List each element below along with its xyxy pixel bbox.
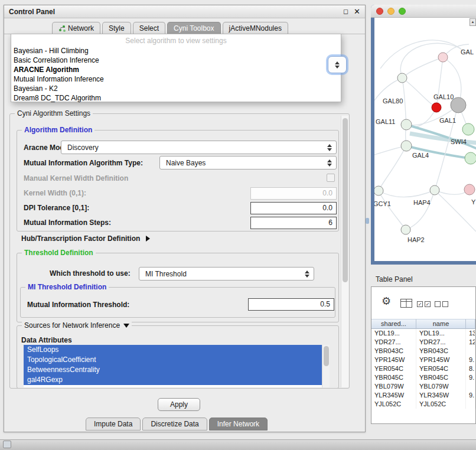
apply-button[interactable]: Apply <box>158 398 200 411</box>
table-header-row: shared...name <box>371 319 475 329</box>
splitter-handle[interactable] <box>366 218 369 224</box>
network-node-gal4[interactable] <box>401 141 412 151</box>
tab-select[interactable]: Select <box>133 22 165 34</box>
mi-steps-field[interactable]: 6 <box>250 217 337 229</box>
network-node-top-pink[interactable] <box>438 53 448 62</box>
attribute-list[interactable]: SelfLoopsTopologicalCoefficientBetweenne… <box>24 345 330 387</box>
column-header-shared[interactable]: shared... <box>371 319 416 329</box>
canvas-scroll-up-button[interactable]: ▲ <box>470 18 476 26</box>
network-node-right-pink[interactable] <box>464 184 475 195</box>
table-row[interactable]: YJL052CYJL052C <box>371 400 475 409</box>
aracne-mode-combobox[interactable]: Discovery <box>61 141 337 154</box>
column-selector-icon[interactable] <box>400 299 412 309</box>
node-label-gal80: GAL80 <box>383 97 403 105</box>
table-row[interactable]: YPR145WYPR145W9. <box>371 356 475 364</box>
network-node-gal10[interactable] <box>432 103 441 112</box>
algorithm-option-aracne-algorithm[interactable]: ARACNE Algorithm <box>11 65 341 74</box>
tab-network[interactable]: Network <box>52 22 100 34</box>
control-panel-titlebar[interactable]: Control Panel ◻ ✕ <box>4 5 365 18</box>
select-all-rows-icon[interactable]: ✓ ✓ <box>417 301 431 307</box>
algorithm-combobox-stepper[interactable] <box>328 56 347 73</box>
tab-cyni-toolbox[interactable]: Cyni Toolbox <box>167 22 220 34</box>
algorithm-option-bayesian-k2[interactable]: Bayesian - K2 <box>11 84 341 93</box>
mi-algorithm-type-combobox[interactable]: Naive Bayes <box>159 156 337 169</box>
cell: YPR145W <box>416 356 466 364</box>
minimize-traffic-light[interactable] <box>387 8 395 15</box>
mi-threshold-field[interactable]: 0.5 <box>248 298 334 311</box>
bottom-tab-impute-data[interactable]: Impute Data <box>86 418 141 431</box>
sources-title-row[interactable]: Sources for Network Inference <box>22 321 132 330</box>
table-row[interactable]: YDR27...YDR27...12 <box>371 338 475 347</box>
tab-label: Select <box>139 24 159 32</box>
algorithm-option-mutual-information-inference[interactable]: Mutual Information Inference <box>11 74 341 84</box>
scrollbar-thumb[interactable] <box>343 118 348 282</box>
table-row[interactable]: YBR043CYBR043C <box>371 347 475 356</box>
bottom-tab-bar: Impute DataDiscretize DataInfer Network <box>86 418 268 431</box>
zoom-traffic-light[interactable] <box>399 8 406 15</box>
node-label-y: Y <box>471 198 476 206</box>
expand-right-icon[interactable] <box>146 236 150 242</box>
algorithm-option-basic-correlation-inference[interactable]: Basic Correlation Inference <box>11 56 341 65</box>
dpi-tolerance-label: DPI Tolerance [0,1]: <box>24 203 89 213</box>
combo-arrows-icon <box>327 144 332 151</box>
tab-style[interactable]: Style <box>102 22 131 34</box>
network-node-gal80[interactable] <box>397 73 407 83</box>
network-node-gcy1[interactable] <box>374 186 383 195</box>
table-row[interactable]: YLR345WYLR345W9. <box>371 391 475 400</box>
which-threshold-combobox[interactable]: MI Threshold <box>139 267 314 281</box>
network-graph[interactable]: GALGAL80GAL10GAL11GAL1SWI4GAL4GCY1HAP4HA… <box>374 18 476 261</box>
table-row[interactable]: YER054CYER054C8. <box>371 364 475 373</box>
network-canvas[interactable]: GALGAL80GAL10GAL11GAL1SWI4GAL4GCY1HAP4HA… <box>374 18 476 261</box>
scrollbar-thumb[interactable] <box>324 346 329 366</box>
attribute-item-betweennesscentrality[interactable]: BetweennessCentrality <box>24 365 322 375</box>
cell: YBR045C <box>416 373 466 382</box>
network-node-swi4[interactable] <box>465 152 476 164</box>
algorithm-option-dream8-dc-tdc-algorithm[interactable]: Dream8 DC_TDC Algorithm <box>11 93 341 103</box>
cell: YER054C <box>416 364 466 373</box>
attribute-item-selfloops[interactable]: SelfLoops <box>24 345 322 355</box>
group-title: Algorithm Definition <box>22 126 94 134</box>
attribute-item-gal4rgexp[interactable]: gal4RGexp <box>24 375 322 385</box>
manual-kernel-width-checkbox[interactable] <box>327 174 335 182</box>
cell: 9. <box>466 373 475 382</box>
bottom-tab-infer-network[interactable]: Infer Network <box>209 418 268 431</box>
attribute-item-topologicalcoefficient[interactable]: TopologicalCoefficient <box>24 355 322 365</box>
network-node-gal11[interactable] <box>401 119 412 130</box>
settings-scrollbar[interactable] <box>341 116 348 387</box>
tab-label: Cyni Toolbox <box>174 24 214 32</box>
close-traffic-light[interactable] <box>376 8 383 15</box>
panel-corner-icon[interactable] <box>3 441 11 448</box>
cell: YDR27... <box>416 338 466 347</box>
checked-box-icon: ✓ <box>417 301 423 307</box>
column-header-extra[interactable] <box>466 319 475 329</box>
algorithm-option-bayesian-hill-climbing[interactable]: Bayesian - Hill Climbing <box>11 46 341 56</box>
kernel-width-label: Kernel Width (0,1): <box>24 188 86 198</box>
table-row[interactable]: YDL19...YDL19...13 <box>371 329 475 338</box>
deselect-all-rows-icon[interactable] <box>435 301 448 307</box>
bottom-tab-discretize-data[interactable]: Discretize Data <box>142 418 207 431</box>
close-icon[interactable]: ✕ <box>354 7 360 16</box>
dropdown-placeholder: Select algorithm to view settings <box>11 35 341 46</box>
network-node-hap2[interactable] <box>401 225 410 234</box>
dpi-tolerance-field[interactable]: 0.0 <box>250 202 337 214</box>
collapse-down-icon[interactable] <box>123 324 129 328</box>
gear-icon[interactable]: ⚙ <box>382 296 391 306</box>
kernel-width-field[interactable]: 0.0 <box>250 187 337 200</box>
cell: YLR345W <box>416 391 466 400</box>
table-row[interactable]: YBL079WYBL079W <box>371 382 475 391</box>
network-node-gal1[interactable] <box>462 123 474 135</box>
node-label-hap2: HAP2 <box>407 236 425 243</box>
hub-transcription-factor-section[interactable]: Hub/Transcription Factor Definition <box>21 234 150 243</box>
column-header-name[interactable]: name <box>416 319 466 329</box>
float-window-icon[interactable]: ◻ <box>343 8 348 15</box>
table-row[interactable]: YBR045CYBR045C9. <box>371 373 475 382</box>
node-label-swi4: SWI4 <box>451 138 467 145</box>
network-node-hap4[interactable] <box>430 185 439 195</box>
cell: YBR043C <box>371 347 416 356</box>
cell: YJL052C <box>371 400 416 409</box>
attribute-list-scrollbar[interactable] <box>322 345 330 387</box>
tab-jactivemnodules[interactable]: jActiveMNodules <box>223 22 288 34</box>
network-window-titlebar[interactable] <box>371 5 476 18</box>
manual-kernel-width-label: Manual Kernel Width Definition <box>24 174 128 183</box>
up-arrow-icon <box>335 61 340 64</box>
